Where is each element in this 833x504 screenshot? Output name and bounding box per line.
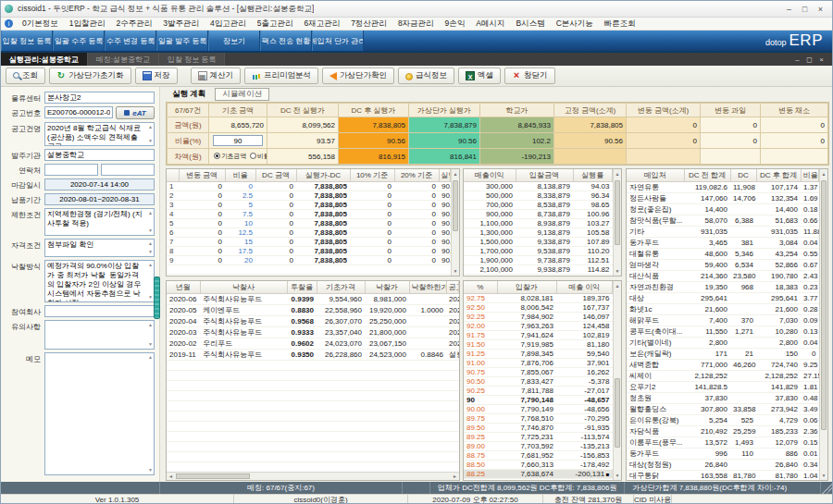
scroll-down-icon[interactable]: ▼ <box>452 268 459 274</box>
delivery-period-input[interactable] <box>44 193 155 205</box>
grid-row[interactable]: 해맑푸드7,4003707,0300.09 <box>627 314 819 326</box>
grid-row[interactable]: 2020-03주식회사유능푸드0.933323,357,04021,800,00… <box>167 326 459 338</box>
notice-no-input[interactable] <box>44 106 113 118</box>
scroll-up-icon[interactable]: ▲ <box>614 171 621 177</box>
column-header[interactable]: DC 전 합계 <box>684 169 730 181</box>
column-header[interactable]: 낙찰하한가 <box>409 281 446 293</box>
toolbar-button[interactable]: 수주 변경 등록 <box>105 31 156 51</box>
restriction-textarea[interactable]: 지역제한경쟁 (경기/전체) (지사투찰 적용) <box>44 208 155 236</box>
column-header[interactable]: DC 후 합계 <box>756 169 801 181</box>
grid-row[interactable] <box>167 451 459 461</box>
menu-item[interactable]: 빠른조회 <box>599 18 641 30</box>
column-header[interactable]: 매입처 <box>627 169 684 181</box>
grid-row[interactable]: 91.007,876,70637,901 <box>464 358 613 367</box>
grid-row[interactable]: 화넷1c21,60021,6000.28 <box>627 303 819 314</box>
simulation-grid[interactable]: 변동 금액비율DC 금액실행가-DC10% 기준20% 기준실행률...1000… <box>167 169 451 277</box>
scroll-left-icon[interactable]: ◄ <box>168 473 173 479</box>
column-header[interactable]: 변동 금액 <box>179 169 225 181</box>
grid-row[interactable]: 2020-05케이엔푸드0.883022,558,96019,920,0001.… <box>167 304 459 315</box>
toolbar-button[interactable]: 일괄 발주 등록 <box>156 31 208 51</box>
grid-row[interactable]: 92.007,963,263124,458 <box>464 321 613 330</box>
grid-row[interactable]: 이룸푸드(풍무...13,5721,49312,0790.15 <box>627 436 819 448</box>
toolbar-button[interactable]: 장보기 <box>208 31 260 51</box>
grid-row[interactable]: 엄마생각59,4006,53452,8660.67 <box>627 259 819 270</box>
grid-row[interactable]: 자연과친환경19,35096818,3830.23 <box>627 281 819 292</box>
tab-execution-plan[interactable]: 실행 계획 <box>166 89 212 100</box>
scroll-up-icon[interactable]: ▲ <box>452 171 459 177</box>
grid-row[interactable]: 900,0008,738,879100.96 <box>464 209 613 218</box>
grid-row[interactable]: 88.507,660,313-178,492 <box>464 460 613 469</box>
grid-row[interactable]: 2020-06주식회사유능푸드0.93999,554,9608,981,0002… <box>167 293 459 304</box>
action-button[interactable]: 엑셀 <box>458 68 501 84</box>
grid-row[interactable] <box>167 360 459 370</box>
vendor-grid[interactable]: 매입처DC 전 합계DCDC 후 합계비율(%)자연유통119,082.611,… <box>627 169 819 481</box>
column-header[interactable]: 투찰율 <box>287 281 317 293</box>
grid-row[interactable]: 2020-04주식회사유능푸드0.956826,307,07025,250,00… <box>167 315 459 326</box>
column-header[interactable]: 20% 기준 <box>394 169 439 181</box>
action-button[interactable]: 저장 <box>135 68 178 84</box>
menu-item[interactable]: 0기본정보 <box>17 18 64 30</box>
bid-history-grid[interactable]: 년월낙찰사투찰율기초가격낙찰가낙찰하한가공고명2020-06주식회사유능푸드0.… <box>167 281 459 481</box>
grid-row[interactable] <box>167 264 451 274</box>
vertical-scrollbar[interactable]: ▲▼ <box>613 281 621 480</box>
action-button[interactable]: 프리미엄분석 <box>244 68 318 84</box>
grid-row[interactable]: 91.257,898,34559,540 <box>464 349 613 358</box>
deadline-input[interactable] <box>44 178 155 191</box>
grid-row[interactable]: 88.257,638,674-200,131 <box>464 469 613 478</box>
scroll-up-icon[interactable]: ▲ <box>820 171 827 177</box>
bid-price-grid[interactable]: %입찰가매출 이익92.758,028,181189,37692.508,006… <box>464 281 613 481</box>
grid-row[interactable] <box>167 380 459 390</box>
column-header[interactable]: 10% 기준 <box>350 169 394 181</box>
menu-item[interactable]: 3발주관리 <box>157 18 205 30</box>
window-control-button[interactable]: – <box>781 5 797 14</box>
column-header[interactable]: 비율(%) <box>801 169 819 181</box>
grid-row[interactable]: 89.257,725,231-113,574 <box>464 432 613 441</box>
grid-row[interactable]: 청초원37,83037,8300.48 <box>627 392 819 403</box>
grid-row[interactable]: 기타931,035931,03511.88 <box>627 226 819 237</box>
grid-row[interactable]: 은이유통(강북)5,2545254,7290.06 <box>627 414 819 425</box>
grid-row[interactable]: 89.757,768,510-70,295 <box>464 413 613 423</box>
grid-row[interactable]: 요푸기2141,828.5141,8291.81 <box>627 381 819 392</box>
vertical-scrollbar[interactable]: ▲▼ <box>451 169 459 276</box>
grid-row[interactable]: 90.507,833,427-5,378 <box>464 376 613 386</box>
column-header[interactable]: 실행가-DC <box>296 169 350 181</box>
scrollbar-thumb[interactable] <box>453 180 458 231</box>
grid-row[interactable]: 701507,838,8050090.56 <box>167 237 451 246</box>
tab-simulation[interactable]: 시뮬레이션 <box>215 88 269 101</box>
grid-row[interactable]: 동가푸드9961108860.01 <box>627 448 819 459</box>
grid-row[interactable]: 91.507,919,98581,180 <box>464 339 613 349</box>
grid-row[interactable]: 89.007,703,592-135,213 <box>464 441 613 450</box>
grid-row[interactable]: 90.257,811,788-27,017 <box>464 386 613 395</box>
grid-row[interactable]: 500,0008,338,87996.34 <box>464 191 613 200</box>
menu-item[interactable]: 1입찰관리 <box>64 18 111 30</box>
column-header[interactable]: 입찰가 <box>497 281 556 293</box>
action-button[interactable]: 급식정보 <box>398 68 454 84</box>
orderer-input[interactable] <box>44 149 155 161</box>
scrollbar-thumb[interactable] <box>176 473 250 479</box>
grid-row[interactable]: 1,500,0009,338,879107.89 <box>464 237 613 246</box>
grid-row[interactable]: 92.758,028,181189,376 <box>464 293 613 302</box>
window-control-button[interactable]: □ <box>797 5 813 14</box>
grid-row[interactable]: 91.757,941,624102,819 <box>464 330 613 339</box>
column-header[interactable]: 입찰금액 <box>516 169 573 181</box>
grid-row[interactable] <box>167 421 459 431</box>
grid-row[interactable]: 700,0008,538,87998.65 <box>464 200 613 209</box>
grid-row[interactable] <box>167 411 459 421</box>
grid-row[interactable] <box>167 390 459 400</box>
vertical-scrollbar[interactable]: ▲▼ <box>613 169 621 276</box>
column-header[interactable] <box>167 169 179 181</box>
contact-input-2[interactable] <box>101 164 155 176</box>
mdi-tab[interactable]: 입찰 정보 등록 <box>159 53 225 66</box>
notice-title-textarea[interactable]: 2020년 8월 학교급식 식재료(공산품) 소액수의 견적제출 공고 <box>44 122 155 146</box>
column-header[interactable]: 낙찰사 <box>200 281 287 293</box>
menu-item[interactable]: 4입고관리 <box>205 18 252 30</box>
grid-row[interactable]: 1,300,0009,138,879105.58 <box>464 227 613 237</box>
mdi-tab[interactable]: 실행관리:설봉중학교 <box>1 53 88 66</box>
action-button[interactable]: 가상단가초기화 <box>49 68 131 84</box>
scroll-down-icon[interactable]: ▼ <box>614 268 621 274</box>
participants-input[interactable] <box>44 305 155 317</box>
grid-row[interactable]: 2020-02우리푸드0.960224,023,07023,067,150202… <box>167 338 459 349</box>
menu-item[interactable]: 7정산관리 <box>345 18 392 30</box>
contact-input-1[interactable] <box>44 164 98 176</box>
award-method-textarea[interactable]: 예정가격의 90.0%이상 입찰가 중 최저가 낙찰 동일가격의 입찰자가 2인… <box>44 260 155 302</box>
